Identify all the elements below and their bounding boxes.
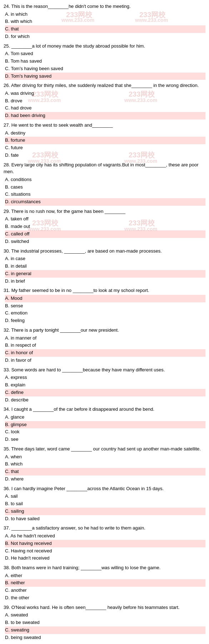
option-27-C[interactable]: C. future [5, 144, 205, 152]
option-32-D[interactable]: D. in favor of [5, 357, 205, 364]
option-24-A[interactable]: A. in which [5, 11, 205, 18]
option-27-D[interactable]: D. fate [5, 152, 205, 159]
option-24-B[interactable]: B. with which [5, 18, 205, 25]
question-text-29: 29. There is no rush now, for the game h… [4, 208, 205, 215]
question-block-31: 31. My father seemed to be in no _______… [4, 287, 205, 325]
option-29-D[interactable]: D. switched [5, 238, 205, 245]
question-block-29: 29. There is no rush now, for the game h… [4, 208, 205, 245]
option-30-D[interactable]: D. in brief [5, 278, 205, 285]
option-25-B[interactable]: B. Tom has saved [5, 58, 205, 65]
question-block-38: 38. Both teams were in hard training; __… [4, 564, 205, 602]
question-text-24: 24. This is the reason________he didn't … [4, 3, 205, 10]
option-25-D[interactable]: D. Tom's having saved [5, 73, 205, 80]
question-text-34: 34. I caught a ________of the car before… [4, 406, 205, 413]
option-30-B[interactable]: B. in detail [5, 263, 205, 270]
option-39-A[interactable]: A. sweated [5, 611, 205, 619]
question-text-33: 33. Some words are hard to ________becau… [4, 366, 205, 374]
question-text-30: 30. The industrial processes, ________, … [4, 248, 205, 255]
question-block-24: 24. This is the reason________he didn't … [4, 3, 205, 40]
option-31-A[interactable]: A. Mood [5, 295, 205, 302]
question-block-26: 26. After driving for thirty miles, she … [4, 82, 205, 119]
option-34-B[interactable]: B. glimpse [5, 421, 205, 429]
option-29-A[interactable]: A. taken off [5, 215, 205, 223]
option-28-C[interactable]: C. situations [5, 191, 205, 198]
question-block-34: 34. I caught a ________of the car before… [4, 406, 205, 443]
option-31-D[interactable]: D. feeling [5, 317, 205, 325]
question-text-32: 32. There is a party tonight ________our… [4, 327, 205, 334]
option-39-D[interactable]: D. being sweated [5, 634, 205, 641]
option-25-A[interactable]: A. Tom saved [5, 50, 205, 58]
option-36-C[interactable]: C. sailing [5, 508, 205, 515]
question-text-28: 28. Every large city has its shifting po… [4, 161, 205, 175]
option-27-A[interactable]: A. destiny [5, 130, 205, 137]
option-34-C[interactable]: C. look [5, 428, 205, 436]
question-text-26: 26. After driving for thirty miles, she … [4, 82, 205, 89]
option-34-D[interactable]: D. see [5, 436, 205, 443]
question-block-33: 33. Some words are hard to ________becau… [4, 366, 205, 404]
option-35-C[interactable]: C. that [5, 468, 205, 475]
option-29-B[interactable]: B. made out [5, 223, 205, 230]
option-38-A[interactable]: A. either [5, 572, 205, 580]
question-text-25: 25. ________a lot of money made the stud… [4, 43, 205, 50]
option-33-D[interactable]: D. describe [5, 396, 205, 404]
option-38-D[interactable]: D. the other [5, 594, 205, 602]
option-34-A[interactable]: A. glance [5, 414, 205, 421]
question-block-35: 35. Three days later, word came ________… [4, 445, 205, 483]
option-36-B[interactable]: B. to sail [5, 500, 205, 508]
option-37-C[interactable]: C. Having not received [5, 547, 205, 555]
question-text-39: 39. O'Neal works hard. He is often seen_… [4, 604, 205, 611]
option-35-B[interactable]: B. which [5, 460, 205, 468]
question-text-36: 36. I can hardly imagine Peter ________a… [4, 485, 205, 492]
option-30-C[interactable]: C. in general [5, 270, 205, 278]
option-32-A[interactable]: A. in manner of [5, 335, 205, 342]
option-37-A[interactable]: A. As he hadn't received [5, 532, 205, 540]
option-28-B[interactable]: B. cases [5, 184, 205, 191]
questions-container: 24. This is the reason________he didn't … [4, 3, 205, 644]
option-25-C[interactable]: C. Tom's having been saved [5, 65, 205, 73]
question-text-31: 31. My father seemed to be in no _______… [4, 287, 205, 294]
option-37-B[interactable]: B. Not having received [5, 540, 205, 547]
option-37-D[interactable]: D. He hadn't received [5, 555, 205, 562]
option-24-C[interactable]: C. that [5, 25, 205, 33]
option-30-A[interactable]: A. in case [5, 255, 205, 263]
option-31-C[interactable]: C. emotion [5, 309, 205, 317]
question-block-30: 30. The industrial processes, ________, … [4, 248, 205, 285]
option-33-C[interactable]: C. define [5, 389, 205, 396]
question-block-28: 28. Every large city has its shifting po… [4, 161, 205, 206]
question-text-35: 35. Three days later, word came ________… [4, 445, 205, 453]
option-39-B[interactable]: B. to be sweated [5, 619, 205, 626]
question-text-37: 37. ________a satisfactory answer, so he… [4, 525, 205, 532]
option-26-C[interactable]: C. had drove [5, 104, 205, 112]
option-26-B[interactable]: B. drove [5, 97, 205, 105]
option-38-B[interactable]: B. neither [5, 579, 205, 587]
question-block-25: 25. ________a lot of money made the stud… [4, 43, 205, 80]
option-28-A[interactable]: A. conditions [5, 176, 205, 184]
option-26-D[interactable]: D. had been driving [5, 112, 205, 119]
question-block-39: 39. O'Neal works hard. He is often seen_… [4, 604, 205, 641]
question-block-32: 32. There is a party tonight ________our… [4, 327, 205, 364]
option-24-D[interactable]: D. for which [5, 33, 205, 40]
option-32-C[interactable]: C. in honor of [5, 349, 205, 357]
question-text-27: 27. He went to the west to seek wealth a… [4, 122, 205, 129]
option-27-B[interactable]: B. fortune [5, 137, 205, 144]
option-36-A[interactable]: A. sail [5, 493, 205, 500]
option-33-B[interactable]: B. explain [5, 381, 205, 389]
option-35-D[interactable]: D. where [5, 475, 205, 483]
question-text-38: 38. Both teams were in hard training; __… [4, 564, 205, 571]
option-26-A[interactable]: A. was driving [5, 90, 205, 97]
option-35-A[interactable]: A. when [5, 453, 205, 461]
option-36-D[interactable]: D. to have sailed [5, 515, 205, 523]
question-block-36: 36. I can hardly imagine Peter ________a… [4, 485, 205, 523]
option-39-C[interactable]: C. sweating [5, 626, 205, 634]
option-33-A[interactable]: A. express [5, 374, 205, 381]
option-28-D[interactable]: D. circumstances [5, 198, 205, 206]
question-block-37: 37. ________a satisfactory answer, so he… [4, 525, 205, 562]
option-32-B[interactable]: B. in respect of [5, 342, 205, 349]
option-31-B[interactable]: B. sense [5, 302, 205, 310]
question-block-27: 27. He went to the west to seek wealth a… [4, 122, 205, 159]
option-29-C[interactable]: C. called off [5, 230, 205, 238]
option-38-C[interactable]: C. another [5, 587, 205, 594]
